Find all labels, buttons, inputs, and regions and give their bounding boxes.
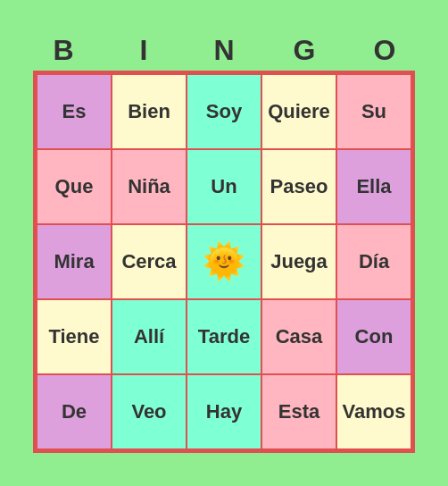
bingo-container: B I N G O EsBienSoyQuiereSuQueNiñaUnPase…	[23, 34, 425, 453]
bingo-header: B I N G O	[23, 34, 425, 67]
cell-r4-c0: De	[37, 375, 111, 448]
cell-r0-c1: Bien	[112, 75, 186, 148]
cell-r0-c3: Quiere	[262, 75, 336, 148]
cell-r3-c3: Casa	[262, 300, 336, 373]
cell-r1-c1: Niña	[112, 150, 186, 223]
cell-r4-c4: Vamos	[337, 375, 411, 448]
cell-r1-c3: Paseo	[262, 150, 336, 223]
letter-I: I	[107, 34, 180, 67]
cell-r2-c4: Día	[337, 225, 411, 298]
cell-r0-c0: Es	[37, 75, 111, 148]
cell-r2-c2: 🌞	[187, 225, 261, 298]
cell-r4-c2: Hay	[187, 375, 261, 448]
cell-r1-c4: Ella	[337, 150, 411, 223]
cell-r1-c2: Un	[187, 150, 261, 223]
cell-r2-c1: Cerca	[112, 225, 186, 298]
letter-G: G	[268, 34, 341, 67]
letter-O: O	[348, 34, 421, 67]
cell-r0-c4: Su	[337, 75, 411, 148]
cell-r0-c2: Soy	[187, 75, 261, 148]
cell-r2-c0: Mira	[37, 225, 111, 298]
cell-r3-c2: Tarde	[187, 300, 261, 373]
bingo-board: EsBienSoyQuiereSuQueNiñaUnPaseoEllaMiraC…	[33, 71, 415, 453]
cell-r3-c0: Tiene	[37, 300, 111, 373]
cell-r3-c1: Allí	[112, 300, 186, 373]
cell-r3-c4: Con	[337, 300, 411, 373]
cell-r2-c3: Juega	[262, 225, 336, 298]
cell-r1-c0: Que	[37, 150, 111, 223]
letter-N: N	[187, 34, 261, 67]
free-space-sun: 🌞	[202, 240, 246, 282]
cell-r4-c3: Esta	[262, 375, 336, 448]
cell-r4-c1: Veo	[112, 375, 186, 448]
letter-B: B	[27, 34, 100, 67]
